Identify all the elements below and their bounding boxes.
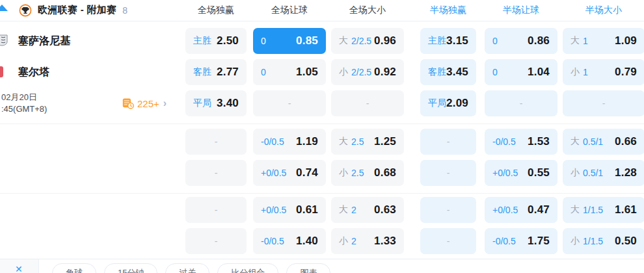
odds-cell-empty: -	[420, 160, 476, 186]
odds-cell[interactable]: 客胜2.77	[185, 59, 247, 85]
odds-value: 3.40	[217, 97, 239, 110]
line-prefix: 大	[339, 35, 348, 47]
odds-cell[interactable]: +0/0.50.74	[253, 160, 326, 186]
odds-value: 0.96	[374, 34, 396, 47]
odds-value: 2.09	[446, 97, 468, 110]
odds-cell[interactable]: 平局3.40	[185, 90, 247, 116]
odds-value: 1.40	[296, 235, 318, 248]
line-prefix: 小	[339, 167, 348, 179]
close-icon[interactable]: ✕	[15, 264, 23, 273]
market-tab[interactable]: 过关	[165, 263, 209, 273]
section-divider	[0, 193, 644, 194]
section-divider	[0, 124, 644, 124]
selection-label: 主胜	[193, 35, 211, 47]
odds-cell[interactable]: 小1/1.50.50	[563, 228, 644, 254]
odds-cell-empty: -	[331, 90, 404, 116]
selection-label: 1/1.5	[583, 236, 603, 246]
odds-cell[interactable]: -0/0.51.40	[253, 228, 326, 254]
odds-cell[interactable]: -0/0.51.19	[253, 129, 326, 155]
odds-cell[interactable]: 大1/1.51.61	[563, 197, 644, 223]
market-tab[interactable]: 比分组合	[217, 263, 278, 273]
selection-label: +0/0.5	[492, 205, 518, 215]
odds-row: 主胜2.5000.85大2/2.50.96主胜3.1500.86大11.09	[185, 28, 644, 54]
coin-clock-icon	[122, 98, 134, 109]
odds-value: 3.45	[446, 66, 468, 79]
more-markets-link[interactable]: 225+ ›	[122, 90, 167, 116]
odds-value: 1.05	[296, 66, 318, 79]
market-tab[interactable]: 角球	[52, 263, 96, 273]
odds-cell[interactable]: 客胜3.45	[420, 59, 476, 85]
odds-value: 0.68	[374, 166, 396, 179]
line-prefix: 小	[339, 235, 348, 247]
odds-cell[interactable]: 小21.33	[331, 228, 404, 254]
odds-cell[interactable]: +0/0.50.55	[485, 160, 557, 186]
odds-cell[interactable]: 大11.09	[563, 28, 644, 54]
footer-divider	[0, 259, 644, 259]
selection-label: +0/0.5	[492, 168, 518, 178]
odds-value: 2.77	[217, 66, 239, 79]
selection-label: +0/0.5	[261, 205, 286, 215]
odds-row: --0/0.51.19大2.51.25--0/0.51.53大0.5/10.66	[185, 129, 644, 155]
odds-cell[interactable]: 小10.79	[563, 59, 644, 85]
odds-cell-empty: -	[185, 228, 247, 254]
odds-cell[interactable]: +0/0.50.61	[253, 197, 326, 223]
odds-value: 0.61	[296, 203, 318, 216]
odds-cell[interactable]: 小2.50.68	[331, 160, 404, 186]
odds-grid: 主胜2.5000.85大2/2.50.96主胜3.1500.86大11.09客胜…	[185, 0, 644, 273]
selection-label: 2/2.5	[351, 36, 371, 46]
selection-label: 2/2.5	[351, 67, 371, 77]
selection-label: -0/0.5	[261, 136, 284, 147]
line-prefix: 小	[570, 167, 580, 179]
odds-value: 0.66	[615, 135, 637, 148]
market-tab[interactable]: 15分钟	[104, 263, 157, 273]
odds-cell[interactable]: 01.05	[253, 59, 326, 85]
odds-value: 0.79	[615, 66, 637, 79]
odds-cell[interactable]: 主胜3.15	[420, 28, 476, 54]
trophy-icon	[19, 4, 32, 17]
line-prefix: 大	[570, 136, 580, 148]
extra-markets-count[interactable]: 225+	[137, 98, 159, 109]
odds-cell[interactable]: 00.85	[253, 28, 326, 54]
odds-value: 1.33	[374, 235, 396, 248]
home-team-name: 塞萨洛尼基	[18, 28, 70, 54]
selection-label: 0.5/1	[583, 168, 603, 178]
odds-cell[interactable]: 大0.5/10.66	[563, 129, 644, 155]
odds-cell-empty: -	[185, 160, 247, 186]
selection-label: 2.5	[351, 136, 364, 147]
odds-cell[interactable]: 大2/2.50.96	[331, 28, 404, 54]
odds-cell[interactable]: 平局2.09	[420, 90, 476, 116]
odds-cell[interactable]: 大2.51.25	[331, 129, 404, 155]
selection-label: 2	[351, 205, 356, 215]
odds-cell[interactable]: -0/0.51.75	[485, 228, 557, 254]
line-prefix: 小	[570, 235, 580, 247]
chevron-right-icon[interactable]: ›	[163, 98, 167, 109]
odds-value: 1.61	[615, 203, 637, 216]
odds-cell[interactable]: +0/0.50.47	[485, 197, 557, 223]
odds-cell[interactable]: 主胜2.50	[185, 28, 247, 54]
odds-cell[interactable]: -0/0.51.53	[485, 129, 557, 155]
selection-label: -0/0.5	[261, 236, 284, 246]
odds-cell[interactable]: 小2/2.50.92	[331, 59, 404, 85]
odds-cell[interactable]: 01.04	[485, 59, 557, 85]
selection-label: 1	[583, 67, 588, 77]
collapse-triangle-icon[interactable]	[0, 5, 8, 11]
market-tab[interactable]: 图表	[286, 263, 330, 273]
odds-cell[interactable]: 大20.63	[331, 197, 404, 223]
selection-label: +0/0.5	[261, 168, 286, 178]
odds-cell-empty: -	[185, 129, 247, 155]
odds-value: 0.86	[528, 34, 550, 47]
odds-cell[interactable]: 小0.5/11.28	[563, 160, 644, 186]
odds-cell[interactable]: 00.86	[485, 28, 557, 54]
odds-cell-empty: -	[563, 90, 644, 116]
odds-value: 1.75	[528, 235, 550, 248]
selection-label: 0	[492, 67, 498, 77]
odds-value: 0.55	[528, 166, 550, 179]
odds-cell-empty: -	[185, 197, 247, 223]
odds-value: 1.19	[296, 135, 318, 148]
selection-label: 1	[583, 36, 588, 46]
odds-row: -+0/0.50.61大20.63-+0/0.50.47大1/1.51.61	[185, 197, 644, 223]
odds-value: 0.63	[374, 203, 396, 216]
selection-label: 客胜	[193, 66, 211, 78]
odds-cell-empty: -	[420, 228, 476, 254]
line-prefix: 大	[339, 136, 348, 148]
